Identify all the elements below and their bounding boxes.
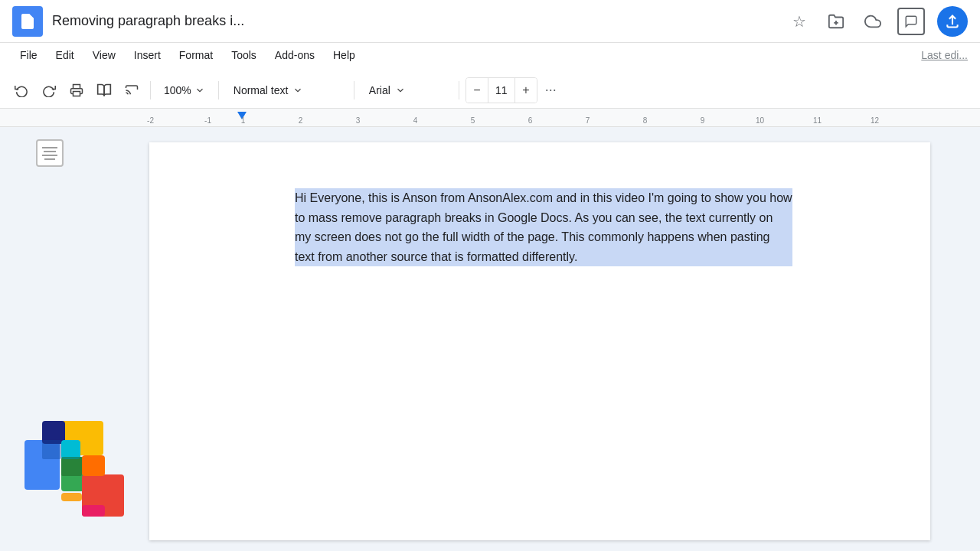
- title-actions: ☆: [787, 6, 968, 37]
- more-options-button[interactable]: ···: [541, 82, 561, 98]
- menu-format[interactable]: Format: [172, 46, 220, 64]
- undo-button[interactable]: [9, 78, 34, 103]
- toolbar-divider-4: [459, 81, 459, 99]
- outline-toggle[interactable]: [36, 139, 64, 167]
- page-container: Hi Everyone, this is Anson from AnsonAle…: [100, 127, 980, 551]
- svg-rect-17: [61, 493, 82, 501]
- ruler-inner: -2 -1 1 2 3 4 5 6 7 8 9 10 11 12: [0, 109, 980, 126]
- ruler-mark: -2: [100, 116, 157, 125]
- svg-rect-6: [74, 91, 80, 96]
- cloud-icon[interactable]: [861, 9, 885, 34]
- menu-help[interactable]: Help: [325, 46, 363, 64]
- ruler-mark: 1: [214, 116, 272, 125]
- ruler: -2 -1 1 2 3 4 5 6 7 8 9 10 11 12: [0, 109, 980, 127]
- doc-title: Removing paragraph breaks i...: [52, 13, 778, 29]
- menu-insert[interactable]: Insert: [126, 46, 168, 64]
- font-size-value[interactable]: 11: [488, 78, 515, 103]
- toolbar-divider-1: [150, 81, 151, 99]
- ruler-mark: 11: [789, 116, 846, 125]
- toolbar: 100% Normal text Arial − 11 + ···: [0, 72, 980, 109]
- font-selector[interactable]: Arial: [361, 82, 452, 99]
- folder-icon[interactable]: [824, 9, 848, 34]
- app-icon: [12, 6, 43, 37]
- font-size-increase-button[interactable]: +: [515, 78, 537, 103]
- ruler-mark: 10: [731, 116, 789, 125]
- ruler-mark: 4: [387, 116, 444, 125]
- svg-rect-15: [61, 457, 82, 476]
- style-selector[interactable]: Normal text: [225, 82, 348, 99]
- toolbar-divider-3: [354, 81, 354, 99]
- menu-edit[interactable]: Edit: [48, 46, 82, 64]
- menu-bar: File Edit View Insert Format Tools Add-o…: [0, 43, 980, 72]
- style-value: Normal text: [234, 84, 289, 96]
- ruler-mark: 7: [559, 116, 616, 125]
- menu-view[interactable]: View: [85, 46, 123, 64]
- ruler-mark: 3: [329, 116, 387, 125]
- ruler-mark: 5: [444, 116, 501, 125]
- zoom-selector[interactable]: 100%: [157, 82, 212, 99]
- ruler-marks: -2 -1 1 2 3 4 5 6 7 8 9 10 11 12: [100, 109, 980, 126]
- print-button[interactable]: [64, 78, 89, 103]
- paint-format-button[interactable]: [119, 78, 144, 103]
- ruler-mark: -1: [157, 116, 214, 125]
- menu-file[interactable]: File: [12, 46, 45, 64]
- font-size-decrease-button[interactable]: −: [466, 78, 488, 103]
- document-page[interactable]: Hi Everyone, this is Anson from AnsonAle…: [149, 142, 930, 540]
- comments-button[interactable]: [897, 8, 925, 35]
- zoom-value: 100%: [164, 84, 191, 96]
- ruler-mark: 12: [846, 116, 903, 125]
- font-size-control: − 11 +: [466, 77, 537, 103]
- svg-rect-16: [42, 440, 61, 459]
- svg-rect-14: [82, 455, 105, 476]
- bookmark-icon[interactable]: ☆: [787, 9, 812, 34]
- ruler-mark: 6: [501, 116, 559, 125]
- menu-addons[interactable]: Add-ons: [267, 46, 322, 64]
- ruler-mark: 9: [674, 116, 731, 125]
- last-edit[interactable]: Last edi...: [921, 49, 968, 61]
- ruler-mark: 8: [616, 116, 674, 125]
- document-selected-text[interactable]: Hi Everyone, this is Anson from AnsonAle…: [295, 188, 792, 266]
- font-value: Arial: [369, 84, 390, 96]
- ruler-mark: 2: [272, 116, 329, 125]
- toolbar-divider-2: [218, 81, 219, 99]
- svg-rect-12: [61, 440, 80, 459]
- redo-button[interactable]: [37, 78, 61, 103]
- share-button[interactable]: [937, 6, 968, 37]
- logo-decoration: [15, 413, 153, 536]
- svg-rect-18: [82, 505, 105, 517]
- menu-tools[interactable]: Tools: [224, 46, 264, 64]
- spellcheck-button[interactable]: [92, 78, 116, 103]
- title-bar: Removing paragraph breaks i... ☆: [0, 0, 980, 43]
